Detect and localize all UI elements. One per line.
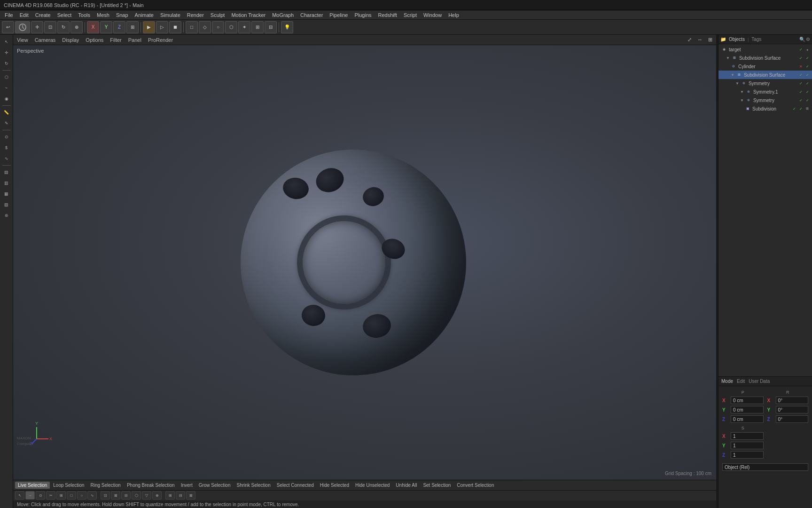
scale-x-value[interactable]: 1 — [731, 432, 764, 440]
tree-expand-5[interactable]: ▼ — [740, 98, 744, 103]
toolbar-model[interactable]: X — [87, 21, 99, 33]
vp-menu-cameras[interactable]: Cameras — [33, 36, 58, 44]
tree-dot-sub[interactable]: ✓ — [798, 106, 804, 111]
toolbar-obj1[interactable]: □ — [186, 21, 198, 33]
tree-check-sym1[interactable]: ✓ — [798, 80, 804, 86]
rot-y-value[interactable]: 0° — [776, 406, 809, 413]
tool-extra3[interactable]: ▦ — [1, 189, 12, 199]
toolbar-mode[interactable] — [15, 21, 30, 33]
tool-sculpt2[interactable]: ∿ — [1, 153, 12, 164]
icon-box[interactable]: □ — [67, 491, 76, 500]
rot-z-value[interactable]: 0° — [776, 415, 809, 423]
tree-expand-1[interactable]: ▼ — [726, 56, 730, 60]
tree-expand-4[interactable]: ▼ — [740, 90, 744, 94]
tool-polygon[interactable]: ⬡ — [1, 72, 12, 82]
sel-btn-grow[interactable]: Grow Selection — [196, 482, 234, 489]
menu-simulate[interactable]: Simulate — [157, 11, 183, 19]
toolbar-undo[interactable]: ↩ — [2, 21, 14, 33]
menu-pipeline[interactable]: Pipeline — [327, 11, 351, 19]
tree-expand-2[interactable]: ▼ — [731, 73, 734, 77]
toolbar-render2[interactable]: ▷ — [156, 21, 168, 33]
menu-help[interactable]: Help — [445, 11, 462, 19]
tree-item-sym2[interactable]: ▼ ⊕ Symmetry.1 ✓ ✓ — [718, 87, 812, 96]
tree-dot-sym2[interactable]: ✓ — [804, 89, 810, 95]
menu-plugins[interactable]: Plugins — [351, 11, 374, 19]
toolbar-obj7[interactable]: ⊟ — [265, 21, 277, 33]
sel-btn-live[interactable]: Live Selection — [15, 482, 50, 489]
viewport-canvas[interactable]: Perspective — [13, 45, 716, 480]
menu-script[interactable]: Script — [401, 11, 420, 19]
tree-dot-cylinder[interactable]: ✓ — [804, 64, 810, 69]
sel-btn-phong[interactable]: Phong Break Selection — [124, 482, 178, 489]
vp-menu-filter[interactable]: Filter — [108, 36, 123, 44]
toolbar-universal[interactable]: ⊕ — [70, 21, 83, 33]
tree-item-sym1[interactable]: ▼ ⊕ Symmetry ✓ ✓ — [718, 79, 812, 87]
pos-y-value[interactable]: 0 cm — [731, 406, 764, 413]
icon-b2[interactable]: ⊠ — [111, 491, 120, 500]
rp-search[interactable]: 🔍 — [799, 37, 805, 42]
menu-motiontracker[interactable]: Motion Tracker — [228, 11, 268, 19]
tree-dot-subdiv1[interactable]: ✓ — [804, 55, 810, 61]
tool-extra2[interactable]: ▥ — [1, 178, 12, 188]
menu-animate[interactable]: Animate — [132, 11, 156, 19]
toolbar-obj5[interactable]: ✶ — [238, 21, 250, 33]
icon-cut[interactable]: ✂ — [46, 491, 55, 500]
tree-check-cylinder[interactable]: ✕ — [798, 64, 804, 69]
icon-c2[interactable]: ⊟ — [176, 491, 185, 500]
rp-bottom-userdata[interactable]: User Data — [749, 379, 770, 384]
vp-menu-options[interactable]: Options — [84, 36, 105, 44]
toolbar-obj3[interactable]: ○ — [212, 21, 224, 33]
toolbar-obj2[interactable]: ◇ — [199, 21, 211, 33]
rp-tab-objects[interactable]: Objects — [729, 37, 745, 42]
menu-file[interactable]: File — [2, 11, 16, 19]
obj-rel-dropdown[interactable]: Object (Rel) — [722, 463, 808, 471]
sel-btn-hide-unsel[interactable]: Hide Unselected — [352, 482, 392, 489]
tool-extra1[interactable]: ▤ — [1, 167, 12, 177]
tool-spline[interactable]: ~ — [1, 83, 12, 93]
tree-dot-sym3[interactable]: ✓ — [804, 97, 810, 103]
menu-character[interactable]: Character — [297, 11, 326, 19]
menu-create[interactable]: Create — [32, 11, 54, 19]
pos-x-value[interactable]: 0 cm — [731, 397, 764, 404]
tree-expand-3[interactable]: ▼ — [735, 81, 739, 86]
tree-check-sym2[interactable]: ✓ — [798, 89, 804, 95]
sel-btn-shrink[interactable]: Shrink Selection — [234, 482, 273, 489]
tree-item-cylinder[interactable]: ⊙ Cylinder ✕ ✓ — [718, 62, 812, 71]
menu-edit[interactable]: Edit — [17, 11, 31, 19]
tool-measure[interactable]: 📏 — [1, 107, 12, 118]
icon-arrow[interactable]: → — [25, 491, 35, 500]
toolbar-scale[interactable]: ⊡ — [44, 21, 56, 33]
tree-check-target[interactable]: ✓ — [798, 47, 804, 52]
vp-menu-display[interactable]: Display — [60, 36, 81, 44]
toolbar-y[interactable]: Y — [100, 21, 112, 33]
scale-y-value[interactable]: 1 — [731, 442, 764, 449]
sel-btn-invert[interactable]: Invert — [178, 482, 195, 489]
icon-b1[interactable]: ⊡ — [101, 491, 110, 500]
tree-check-sub[interactable]: ✓ — [791, 106, 797, 111]
tree-dot-sym1[interactable]: ✓ — [804, 80, 810, 86]
tool-sculpt[interactable]: ◉ — [1, 94, 12, 104]
sel-btn-setsel[interactable]: Set Selection — [420, 482, 453, 489]
menu-redshift[interactable]: Redshift — [375, 11, 400, 19]
tree-check-subdiv1[interactable]: ✓ — [798, 55, 804, 61]
tree-item-target[interactable]: ◉ target ✓ ● — [718, 45, 812, 54]
tool-extra5[interactable]: ⊛ — [1, 210, 12, 221]
sel-btn-connected[interactable]: Select Connected — [274, 482, 317, 489]
tool-extra4[interactable]: ▧ — [1, 199, 12, 210]
tool-annotation[interactable]: ✎ — [1, 118, 12, 128]
tool-move[interactable]: ✛ — [1, 48, 12, 58]
sel-btn-convert[interactable]: Convert Selection — [454, 482, 497, 489]
rp-tab-tags[interactable]: Tags — [751, 37, 761, 42]
tool-paint[interactable]: $ — [1, 143, 12, 153]
toolbar-move[interactable]: ✛ — [31, 21, 43, 33]
vp-icon2[interactable]: ↔ — [695, 36, 704, 44]
menu-mograph[interactable]: MoGraph — [269, 11, 297, 19]
vp-icons[interactable]: ⤢ — [686, 36, 694, 44]
tree-dot-subdiv2[interactable]: ✓ — [804, 72, 810, 78]
icon-b3[interactable]: ⊟ — [121, 491, 131, 500]
icon-grid[interactable]: ⊞ — [56, 491, 66, 500]
tree-item-sym3[interactable]: ▼ ⊕ Symmetry ✓ ✓ — [718, 96, 812, 104]
icon-b6[interactable]: ⊕ — [152, 491, 162, 500]
tool-select[interactable]: ↖ — [1, 37, 12, 47]
scale-z-value[interactable]: 1 — [731, 451, 764, 459]
